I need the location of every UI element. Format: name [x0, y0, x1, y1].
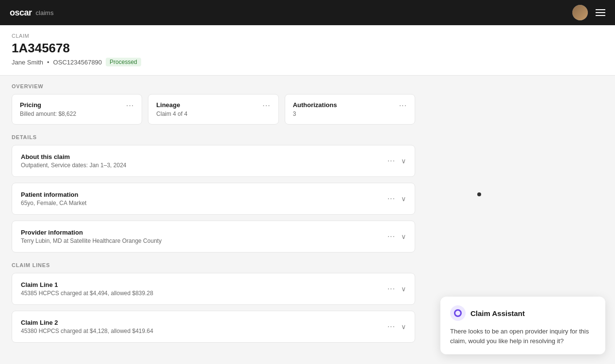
- assistant-icon-ring: [454, 309, 462, 317]
- provider-info-dots[interactable]: ···: [388, 232, 395, 241]
- lineage-card-title: Lineage: [156, 101, 187, 109]
- authorizations-card[interactable]: Authorizations 3 ···: [285, 94, 415, 125]
- details-section-label: DETAILS: [12, 134, 415, 140]
- claim-lines-section: CLAIM LINES Claim Line 1 45385 HCPCS cha…: [12, 262, 415, 343]
- claim-id: 1A345678: [12, 41, 603, 56]
- about-claim-chevron[interactable]: ∨: [401, 157, 406, 165]
- claim-line-1-title: Claim Line 1: [21, 281, 153, 288]
- patient-name: Jane Smith: [12, 59, 43, 66]
- patient-info-card[interactable]: Patient information 65yo, Female, CA Mar…: [12, 183, 415, 215]
- authorizations-card-title: Authorizations: [293, 101, 337, 109]
- provider-info-chevron[interactable]: ∨: [401, 233, 406, 240]
- authorizations-card-dots[interactable]: ···: [399, 101, 407, 110]
- pricing-card-dots[interactable]: ···: [126, 101, 134, 110]
- provider-info-sub: Terry Lubin, MD at Satellite Healthcare …: [21, 237, 162, 244]
- logo: oscar claims: [10, 8, 53, 18]
- pricing-card-subtitle: Billed amount: $8,622: [20, 111, 76, 117]
- claim-line-1-card[interactable]: Claim Line 1 45385 HCPCS charged at $4,4…: [12, 273, 415, 305]
- overview-cards: Pricing Billed amount: $8,622 ··· Lineag…: [12, 94, 415, 125]
- claim-label: CLAIM: [12, 33, 603, 39]
- logo-claims: claims: [36, 9, 54, 16]
- logo-oscar: oscar: [10, 8, 32, 18]
- content-area: OVERVIEW Pricing Billed amount: $8,622 ·…: [0, 76, 427, 364]
- about-claim-dots[interactable]: ···: [388, 157, 395, 165]
- hamburger-menu-icon[interactable]: [596, 9, 605, 16]
- claim-meta: Jane Smith • OSC1234567890 Processed: [12, 58, 603, 66]
- lineage-card-dots[interactable]: ···: [262, 101, 270, 110]
- assistant-header: Claim Assistant: [450, 305, 596, 321]
- claim-line-2-chevron[interactable]: ∨: [401, 323, 406, 331]
- pricing-card[interactable]: Pricing Billed amount: $8,622 ···: [12, 94, 142, 125]
- app-header: oscar claims: [0, 0, 615, 25]
- pricing-card-title: Pricing: [20, 101, 76, 109]
- claim-lines-label: CLAIM LINES: [12, 262, 415, 268]
- provider-info-title: Provider information: [21, 229, 162, 236]
- authorizations-card-subtitle: 3: [293, 111, 337, 117]
- avatar[interactable]: [572, 5, 588, 20]
- claim-header: CLAIM 1A345678 Jane Smith • OSC123456789…: [0, 25, 615, 76]
- claim-line-1-sub: 45385 HCPCS charged at $4,494, allowed $…: [21, 290, 153, 297]
- overview-section-label: OVERVIEW: [12, 83, 415, 89]
- claim-assistant-panel: Claim Assistant There looks to be an ope…: [440, 297, 605, 354]
- avatar-image: [572, 5, 588, 20]
- claim-line-2-card[interactable]: Claim Line 2 45380 HCPCS charged at $4,1…: [12, 311, 415, 343]
- patient-info-chevron[interactable]: ∨: [401, 195, 406, 203]
- header-right: [572, 5, 605, 20]
- patient-info-title: Patient information: [21, 191, 86, 198]
- lineage-card[interactable]: Lineage Claim 4 of 4 ···: [148, 94, 278, 125]
- claim-line-1-dots[interactable]: ···: [388, 285, 395, 293]
- claim-line-2-dots[interactable]: ···: [388, 322, 395, 331]
- assistant-icon: [450, 305, 466, 321]
- about-claim-title: About this claim: [21, 153, 126, 160]
- assistant-title: Claim Assistant: [470, 309, 525, 317]
- lineage-card-subtitle: Claim 4 of 4: [156, 111, 187, 117]
- assistant-message: There looks to be an open provider inqui…: [450, 327, 596, 346]
- patient-id: OSC1234567890: [53, 59, 102, 66]
- details-section: DETAILS About this claim Outpatient, Ser…: [12, 134, 415, 253]
- claim-line-2-sub: 45380 HCPCS charged at $4,128, allowed $…: [21, 328, 153, 334]
- about-claim-sub: Outpatient, Service dates: Jan 1–3, 2024: [21, 162, 126, 169]
- claim-line-2-title: Claim Line 2: [21, 319, 153, 326]
- patient-info-dots[interactable]: ···: [388, 194, 395, 203]
- provider-info-card[interactable]: Provider information Terry Lubin, MD at …: [12, 221, 415, 253]
- about-claim-card[interactable]: About this claim Outpatient, Service dat…: [12, 145, 415, 177]
- status-badge: Processed: [106, 58, 141, 66]
- patient-info-sub: 65yo, Female, CA Market: [21, 200, 86, 206]
- meta-separator: •: [47, 59, 49, 66]
- claim-line-1-chevron[interactable]: ∨: [401, 285, 406, 293]
